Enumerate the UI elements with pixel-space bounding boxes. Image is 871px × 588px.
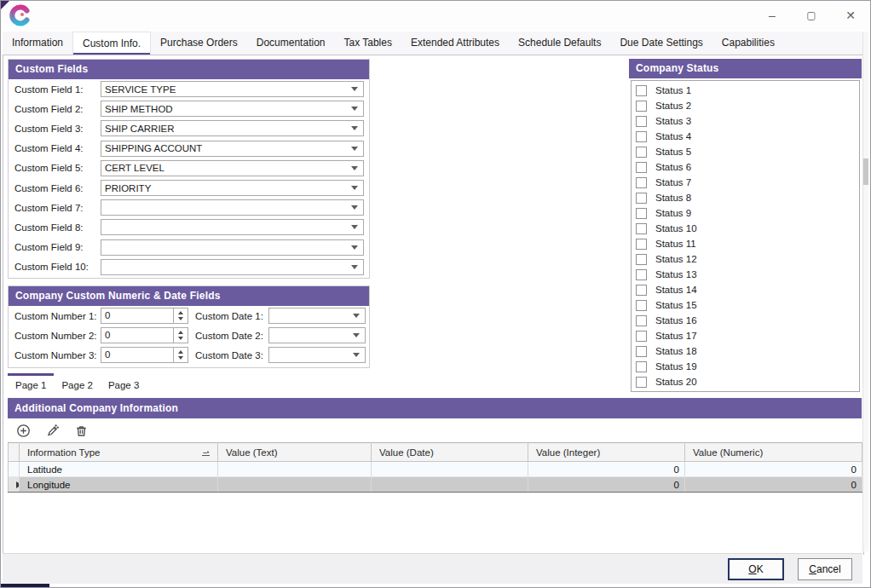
status-checkbox[interactable] bbox=[636, 239, 647, 250]
cell-value-date[interactable] bbox=[372, 477, 528, 493]
tab-documentation[interactable]: Documentation bbox=[247, 32, 335, 55]
status-list-item[interactable]: Status 19 bbox=[632, 359, 859, 374]
status-list-item[interactable]: Status 14 bbox=[632, 282, 859, 297]
custom-number-input[interactable]: 0 bbox=[101, 347, 188, 363]
status-list-item[interactable]: Status 1 bbox=[632, 83, 859, 98]
delete-record-icon[interactable] bbox=[73, 423, 89, 438]
cell-value-text[interactable] bbox=[218, 477, 372, 493]
tab-information[interactable]: Information bbox=[3, 32, 72, 55]
status-checkbox[interactable] bbox=[636, 162, 647, 173]
table-row-latitude[interactable]: Latitude 0 0 bbox=[9, 462, 862, 477]
tab-extended-attributes[interactable]: Extended Attributes bbox=[401, 32, 509, 55]
status-checkbox[interactable] bbox=[636, 269, 647, 280]
cell-value-date[interactable] bbox=[372, 462, 528, 477]
window-scrollbar[interactable] bbox=[862, 32, 868, 551]
spinner-buttons[interactable] bbox=[173, 308, 187, 323]
custom-field-dropdown[interactable] bbox=[101, 239, 364, 256]
status-checkbox[interactable] bbox=[636, 254, 647, 265]
spin-down-icon[interactable] bbox=[178, 356, 183, 360]
spin-up-icon[interactable] bbox=[178, 311, 183, 314]
status-checkbox[interactable] bbox=[636, 223, 647, 234]
status-checkbox[interactable] bbox=[636, 346, 647, 357]
page-tab-3[interactable]: Page 3 bbox=[101, 373, 147, 394]
status-checkbox[interactable] bbox=[636, 331, 647, 342]
spin-up-icon[interactable] bbox=[178, 331, 183, 334]
cell-value-integer[interactable]: 0 bbox=[528, 477, 685, 493]
status-list-item[interactable]: Status 3 bbox=[632, 113, 859, 129]
cancel-button[interactable]: Cancel bbox=[798, 558, 852, 580]
status-list-item[interactable]: Status 20 bbox=[632, 374, 859, 389]
status-list-item[interactable]: Status 17 bbox=[632, 328, 859, 343]
custom-field-dropdown[interactable]: SHIP CARRIER bbox=[101, 120, 364, 136]
status-checkbox[interactable] bbox=[636, 131, 647, 142]
custom-field-dropdown[interactable]: CERT LEVEL bbox=[101, 160, 364, 176]
cell-information-type[interactable]: Longitude bbox=[20, 477, 218, 493]
status-checkbox[interactable] bbox=[636, 285, 647, 296]
custom-field-dropdown[interactable]: SERVICE TYPE bbox=[101, 81, 364, 97]
status-list-item[interactable]: Status 8 bbox=[632, 190, 859, 205]
page-tab-1[interactable]: Page 1 bbox=[8, 373, 54, 394]
sort-icon[interactable] bbox=[201, 448, 211, 458]
status-list-item[interactable]: Status 21 bbox=[632, 389, 859, 392]
column-information-type[interactable]: Information Type bbox=[20, 443, 218, 462]
tab-due-date-settings[interactable]: Due Date Settings bbox=[610, 32, 712, 55]
status-list-item[interactable]: Status 4 bbox=[632, 129, 859, 144]
spinner-buttons[interactable] bbox=[173, 328, 187, 343]
status-list-item[interactable]: Status 6 bbox=[632, 159, 859, 175]
status-checkbox[interactable] bbox=[636, 177, 647, 188]
column-value-numeric[interactable]: Value (Numeric) bbox=[685, 443, 862, 462]
cell-information-type[interactable]: Latitude bbox=[20, 462, 218, 477]
status-list-item[interactable]: Status 18 bbox=[632, 343, 859, 359]
custom-number-input[interactable]: 0 bbox=[101, 308, 188, 324]
scrollbar-thumb[interactable] bbox=[863, 159, 868, 185]
custom-date-dropdown[interactable] bbox=[268, 308, 366, 324]
tab-capabilities[interactable]: Capabilities bbox=[712, 32, 784, 55]
custom-field-dropdown[interactable]: SHIPPING ACCOUNT bbox=[101, 141, 364, 157]
tab-schedule-defaults[interactable]: Schedule Defaults bbox=[509, 32, 610, 55]
custom-field-dropdown[interactable]: SHIP METHOD bbox=[101, 101, 364, 117]
custom-date-dropdown[interactable] bbox=[268, 327, 366, 343]
status-checkbox[interactable] bbox=[636, 116, 647, 127]
status-list-item[interactable]: Status 10 bbox=[632, 221, 859, 236]
cell-value-numeric[interactable]: 0 bbox=[685, 462, 862, 477]
status-checkbox[interactable] bbox=[636, 377, 647, 388]
status-checkbox[interactable] bbox=[636, 315, 647, 326]
status-checkbox[interactable] bbox=[636, 300, 647, 311]
maximize-button[interactable]: ▢ bbox=[792, 1, 831, 30]
column-value-date[interactable]: Value (Date) bbox=[372, 443, 528, 462]
tab-purchase-orders[interactable]: Purchase Orders bbox=[151, 32, 247, 55]
status-checkbox[interactable] bbox=[636, 193, 647, 204]
ok-button[interactable]: OK bbox=[728, 558, 784, 580]
add-record-icon[interactable] bbox=[15, 423, 31, 438]
status-checkbox[interactable] bbox=[636, 147, 647, 158]
spin-down-icon[interactable] bbox=[178, 337, 183, 340]
status-list-item[interactable]: Status 9 bbox=[632, 205, 859, 221]
status-list-item[interactable]: Status 5 bbox=[632, 144, 859, 159]
status-checkbox[interactable] bbox=[636, 392, 647, 393]
custom-field-dropdown[interactable]: PRIORITY bbox=[101, 180, 364, 196]
tab-custom-info[interactable]: Custom Info. bbox=[72, 32, 151, 55]
status-list-item[interactable]: Status 15 bbox=[632, 297, 859, 313]
column-value-text[interactable]: Value (Text) bbox=[218, 443, 372, 462]
status-checkbox[interactable] bbox=[636, 208, 647, 219]
status-checkbox[interactable] bbox=[636, 85, 647, 96]
custom-field-dropdown[interactable] bbox=[101, 199, 364, 216]
custom-field-dropdown[interactable] bbox=[101, 219, 364, 235]
status-checkbox[interactable] bbox=[636, 361, 647, 372]
status-list-item[interactable]: Status 11 bbox=[632, 236, 859, 251]
spin-up-icon[interactable] bbox=[178, 350, 183, 354]
status-list-item[interactable]: Status 13 bbox=[632, 267, 859, 282]
cell-value-numeric[interactable]: 0 bbox=[685, 477, 862, 493]
status-checkbox[interactable] bbox=[636, 101, 647, 112]
page-tab-2[interactable]: Page 2 bbox=[54, 373, 100, 394]
tab-tax-tables[interactable]: Tax Tables bbox=[334, 32, 401, 55]
spinner-buttons[interactable] bbox=[173, 348, 187, 362]
spin-down-icon[interactable] bbox=[178, 317, 183, 320]
cell-value-integer[interactable]: 0 bbox=[528, 462, 685, 477]
status-list-item[interactable]: Status 2 bbox=[632, 98, 859, 113]
cell-value-text[interactable] bbox=[218, 462, 372, 477]
status-list-item[interactable]: Status 16 bbox=[632, 313, 859, 328]
company-status-list[interactable]: Status 1 Status 2 Status 3 Status 4 bbox=[631, 80, 860, 392]
edit-record-icon[interactable] bbox=[44, 423, 60, 438]
custom-field-dropdown[interactable] bbox=[101, 259, 364, 275]
